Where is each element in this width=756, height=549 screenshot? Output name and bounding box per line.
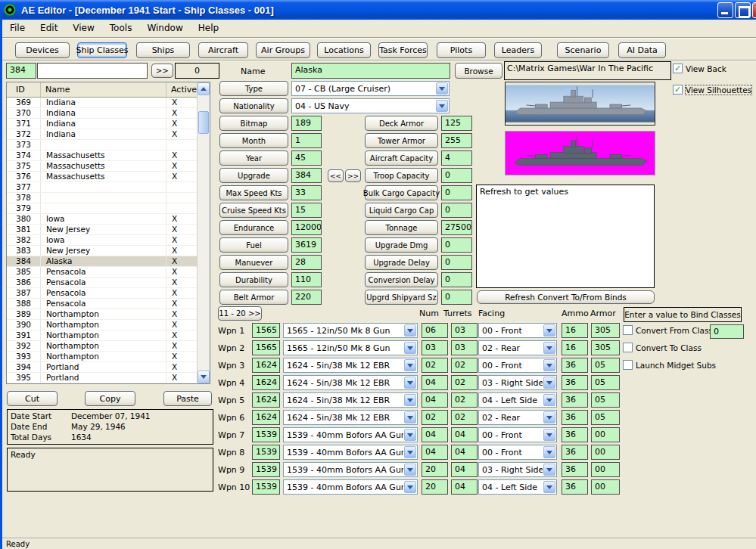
table-row[interactable]: 370IndianaX	[7, 108, 198, 119]
weapon-id-field[interactable]: 1624	[252, 375, 280, 390]
weapon-ammo-field[interactable]: 36	[562, 392, 588, 408]
tab-air-groups[interactable]: Air Groups	[256, 42, 310, 58]
table-row[interactable]: 380IowaX	[7, 214, 198, 225]
weapon-facing-select[interactable]: 00 - Front	[478, 445, 557, 460]
table-row[interactable]: 378	[7, 193, 198, 203]
chevron-down-icon[interactable]	[543, 481, 555, 493]
field-value-upgrade-delay[interactable]: 0	[441, 255, 472, 270]
weapon-ammo-field[interactable]: 36	[562, 445, 588, 460]
field-value-manuever[interactable]: 28	[291, 255, 322, 270]
weapon-range-button[interactable]: 11 - 20 >>	[218, 306, 262, 321]
table-row[interactable]: 382IowaX	[7, 235, 198, 246]
weapon-id-field[interactable]: 1565	[252, 323, 280, 338]
refresh-convert-button[interactable]: Refresh Convert To/From Binds	[477, 290, 655, 304]
chevron-down-icon[interactable]	[404, 429, 416, 441]
field-value-bitmap[interactable]: 189	[291, 116, 322, 131]
weapon-ammo-field[interactable]: 36	[562, 462, 588, 477]
table-row[interactable]: 383New JerseyX	[7, 246, 198, 256]
field-button-bitmap[interactable]: Bitmap	[219, 116, 288, 131]
table-row[interactable]: 394PortlandX	[7, 362, 198, 373]
weapon-select[interactable]: 1539 - 40mm Bofors AA Gun	[283, 462, 418, 477]
table-row[interactable]: 393NorthamptonX	[7, 352, 198, 362]
tab-leaders[interactable]: Leaders	[494, 42, 542, 58]
table-scrollbar[interactable]	[197, 82, 210, 383]
field-value-fuel[interactable]: 3619	[291, 237, 322, 253]
weapon-armor-field[interactable]: 00	[591, 445, 620, 460]
weapon-select[interactable]: 1624 - 5in/38 Mk 12 EBR	[283, 375, 418, 390]
chevron-down-icon[interactable]	[404, 446, 416, 458]
field-button-upgrade-delay[interactable]: Upgrade Delay	[365, 255, 438, 270]
table-row[interactable]: 391NorthamptonX	[7, 330, 198, 341]
weapon-num-field[interactable]: 04	[422, 427, 448, 442]
nationality-label-button[interactable]: Nationality	[219, 98, 288, 113]
field-button-deck-armor[interactable]: Deck Armor	[365, 116, 438, 131]
field-button-liquid-cargo-cap[interactable]: Liquid Cargo Cap	[365, 203, 438, 218]
weapon-turrets-field[interactable]: 03	[451, 340, 478, 355]
chevron-down-icon[interactable]	[404, 377, 416, 389]
tab-ai-data[interactable]: AI Data	[618, 42, 666, 58]
weapon-ammo-field[interactable]: 36	[562, 410, 588, 425]
table-row[interactable]: 376MassachusettsX	[7, 172, 198, 182]
table-row[interactable]: 381New JerseyX	[7, 225, 198, 235]
chevron-down-icon[interactable]	[543, 394, 555, 406]
weapon-select[interactable]: 1539 - 40mm Bofors AA Gun	[283, 445, 418, 460]
table-row[interactable]: 385PensacolaX	[7, 267, 198, 278]
table-row[interactable]: 375MassachusettsX	[7, 161, 198, 172]
weapon-facing-select[interactable]: 02 - Rear	[478, 340, 557, 355]
chevron-down-icon[interactable]	[543, 377, 555, 389]
search-input[interactable]	[37, 63, 148, 79]
chevron-down-icon[interactable]	[543, 429, 555, 441]
column-header-name[interactable]: Name	[40, 82, 166, 97]
scroll-up-button[interactable]	[198, 82, 210, 95]
weapon-facing-select[interactable]: 04 - Left Side	[478, 392, 557, 408]
weapon-id-field[interactable]: 1539	[252, 479, 280, 495]
menu-window[interactable]: Window	[139, 20, 190, 36]
field-button-upgrade-dmg[interactable]: Upgrade Dmg	[365, 237, 438, 253]
chevron-down-icon[interactable]	[404, 324, 416, 337]
table-row[interactable]: 390NorthamptonX	[7, 320, 198, 330]
field-button-tonnage[interactable]: Tonnage	[365, 220, 438, 235]
chevron-down-icon[interactable]	[543, 359, 555, 371]
weapon-turrets-field[interactable]: 02	[451, 358, 478, 373]
weapon-turrets-field[interactable]: 02	[451, 375, 478, 390]
nationality-select[interactable]: 04 - US Navy	[291, 98, 450, 113]
weapon-facing-select[interactable]: 04 - Left Side	[478, 479, 557, 495]
weapon-ammo-field[interactable]: 36	[562, 375, 588, 390]
table-row[interactable]: 379	[7, 203, 198, 214]
tab-pilots[interactable]: Pilots	[437, 42, 486, 58]
weapon-select[interactable]: 1624 - 5in/38 Mk 12 EBR	[283, 358, 418, 373]
weapon-num-field[interactable]: 04	[422, 445, 448, 460]
weapon-armor-field[interactable]: 05	[591, 392, 620, 408]
field-button-manuever[interactable]: Manuever	[219, 255, 288, 270]
chevron-down-icon[interactable]	[404, 464, 416, 476]
minimize-button[interactable]	[717, 2, 733, 18]
chevron-down-icon[interactable]	[436, 82, 448, 95]
weapon-facing-select[interactable]: 02 - Rear	[478, 410, 557, 425]
weapon-id-field[interactable]: 1624	[252, 392, 280, 408]
scrollbar-thumb[interactable]	[198, 111, 209, 134]
weapon-facing-select[interactable]: 00 - Front	[478, 323, 557, 338]
table-row[interactable]: 387PensacolaX	[7, 288, 198, 299]
type-label-button[interactable]: Type	[219, 81, 288, 96]
column-header-id[interactable]: ID	[7, 82, 40, 97]
weapon-facing-select[interactable]: 00 - Front	[478, 427, 557, 442]
field-button-conversion-delay[interactable]: Conversion Delay	[365, 272, 438, 287]
field-button-max-speed-kts[interactable]: Max Speed Kts	[219, 185, 288, 200]
field-value-upgrade[interactable]: 384	[291, 168, 322, 183]
weapon-armor-field[interactable]: 00	[591, 479, 620, 495]
weapon-facing-select[interactable]: 00 - Front	[478, 358, 557, 373]
weapon-turrets-field[interactable]: 03	[451, 323, 478, 338]
weapon-id-field[interactable]: 1539	[252, 462, 280, 477]
field-value-cruise-speed-kts[interactable]: 15	[291, 203, 322, 218]
column-header-active[interactable]: Active	[166, 82, 198, 97]
table-row[interactable]: 374MassachusettsX	[7, 150, 198, 161]
menu-edit[interactable]: Edit	[33, 20, 65, 36]
menu-view[interactable]: View	[65, 20, 101, 36]
chevron-down-icon[interactable]	[404, 411, 416, 423]
weapon-ammo-field[interactable]: 36	[562, 358, 588, 373]
weapon-armor-field[interactable]: 00	[591, 462, 620, 477]
weapon-num-field[interactable]: 04	[422, 392, 448, 408]
weapon-select[interactable]: 1565 - 12in/50 Mk 8 Gun	[283, 323, 418, 338]
chevron-down-icon[interactable]	[436, 100, 448, 112]
bind-value-field[interactable]: 0	[710, 324, 744, 339]
